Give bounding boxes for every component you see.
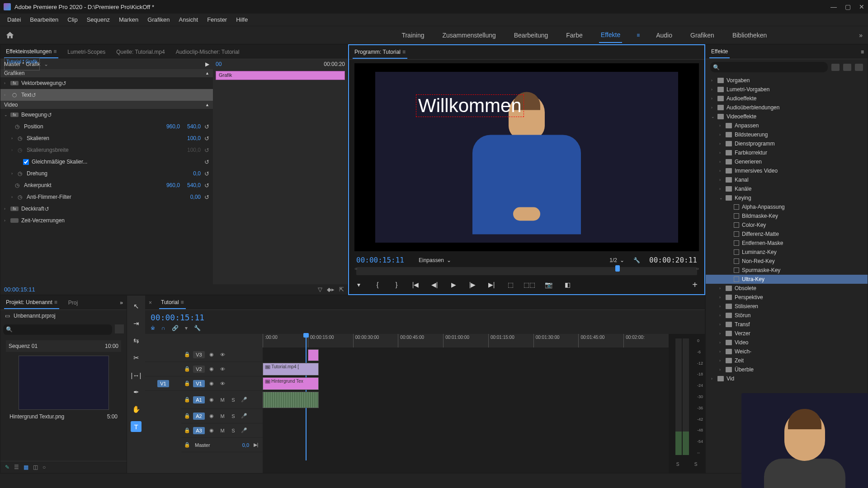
program-timecode[interactable]: 00:00:15:11 bbox=[356, 256, 404, 264]
ec-timecode[interactable]: 00:00:15:11 bbox=[4, 286, 35, 293]
prop-text[interactable]: Text bbox=[21, 92, 31, 98]
add-button[interactable]: + bbox=[689, 279, 701, 291]
expand-icon[interactable]: › bbox=[11, 171, 18, 176]
prop-bewegung[interactable]: Bewegung bbox=[21, 112, 47, 118]
clip-a1-audio[interactable] bbox=[263, 392, 319, 408]
reset-icon[interactable]: ↺ bbox=[44, 206, 49, 212]
effect-weich-[interactable]: ›Weich- bbox=[706, 347, 868, 356]
playhead-icon[interactable] bbox=[615, 265, 620, 272]
effect-vorgaben[interactable]: ›Vorgaben bbox=[706, 76, 868, 85]
effect-stilisieren[interactable]: ›Stilisieren bbox=[706, 302, 868, 311]
fx-badge[interactable]: fx bbox=[10, 206, 19, 211]
fx-badge[interactable]: fx bbox=[10, 113, 19, 117]
reset-icon[interactable]: ↺ bbox=[204, 135, 209, 142]
snap-icon[interactable]: ※ bbox=[151, 325, 155, 331]
workspace-overflow-icon[interactable]: » bbox=[859, 32, 863, 39]
sync-lock-icon[interactable]: ◉ bbox=[208, 380, 216, 386]
mark-out-button[interactable]: { bbox=[372, 279, 383, 291]
effect-dienstprogramm[interactable]: ›Dienstprogramm bbox=[706, 139, 868, 148]
effect-ultra-key[interactable]: Ultra-Key bbox=[706, 275, 868, 284]
stopwatch-icon[interactable]: ◷ bbox=[15, 182, 22, 188]
effect-luminanz-key[interactable]: Luminanz-Key bbox=[706, 248, 868, 257]
effect-color-key[interactable]: Color-Key bbox=[706, 221, 868, 230]
track-v2[interactable]: V2 bbox=[193, 366, 205, 373]
effect-entfernen-maske[interactable]: Entfernen-Maske bbox=[706, 239, 868, 248]
lock-icon[interactable]: 🔒 bbox=[184, 380, 190, 386]
sync-lock-icon[interactable]: ◉ bbox=[208, 366, 216, 372]
toggle-output-icon[interactable]: 👁 bbox=[218, 352, 226, 357]
expand-icon[interactable]: › bbox=[11, 195, 18, 199]
close-tab-icon[interactable]: × bbox=[149, 300, 152, 306]
reset-icon[interactable]: ↺ bbox=[204, 123, 209, 130]
effect-video[interactable]: ›Video bbox=[706, 338, 868, 347]
ruler-tick[interactable]: 00:01:00:00 bbox=[443, 334, 488, 347]
icon-view-icon[interactable]: ▦ bbox=[24, 464, 28, 470]
menu-datei[interactable]: Datei bbox=[4, 14, 24, 25]
effect-spurmaske-key[interactable]: Spurmaske-Key bbox=[706, 266, 868, 275]
track-a3[interactable]: A3 bbox=[193, 427, 205, 434]
ankerpunkt-y[interactable]: 540,0 bbox=[187, 182, 201, 188]
menu-marken[interactable]: Marken bbox=[115, 14, 142, 25]
tab-lumetri-scopes[interactable]: Lumetri-Scopes bbox=[66, 46, 107, 58]
drehung-value[interactable]: 0,0 bbox=[193, 170, 201, 177]
fx-badge[interactable] bbox=[10, 218, 19, 223]
source-patch-v1[interactable]: V1 bbox=[157, 380, 169, 387]
wrench-icon[interactable]: 🔧 bbox=[194, 325, 201, 331]
effect-anpassen[interactable]: ›Anpassen bbox=[706, 121, 868, 130]
effect-perspektive[interactable]: ›Perspektive bbox=[706, 293, 868, 302]
freeform-view-icon[interactable]: ◫ bbox=[33, 464, 38, 470]
32bit-badge-icon[interactable] bbox=[843, 64, 851, 71]
graphic-text-overlay[interactable]: Willkommen bbox=[416, 94, 524, 117]
yuv-badge-icon[interactable] bbox=[855, 64, 863, 71]
type-tool[interactable]: T bbox=[131, 421, 142, 432]
solo-button[interactable]: S bbox=[229, 428, 237, 433]
effect-vid[interactable]: ›Vid bbox=[706, 374, 868, 383]
track-master[interactable]: Master bbox=[195, 442, 210, 448]
sequence-name[interactable]: Sequenz 01 bbox=[9, 343, 38, 349]
lock-icon[interactable]: 🔒 bbox=[184, 397, 190, 403]
ruler-tick[interactable]: 00:01:30:00 bbox=[533, 334, 579, 347]
workspace-effekte[interactable]: Effekte bbox=[599, 28, 622, 43]
panel-menu-icon[interactable]: ≡ bbox=[861, 49, 864, 55]
workspace-training[interactable]: Training bbox=[400, 28, 426, 42]
track-a2[interactable]: A2 bbox=[193, 413, 205, 420]
goto-out-button[interactable]: ▶| bbox=[486, 279, 497, 291]
expand-icon[interactable]: › bbox=[4, 218, 10, 223]
effect-obsolete[interactable]: ›Obsolete bbox=[706, 284, 868, 293]
antiflimmer-value[interactable]: 0,00 bbox=[190, 194, 201, 200]
menu-sequenz[interactable]: Sequenz bbox=[83, 14, 113, 25]
goto-in-button[interactable]: |◀ bbox=[410, 279, 421, 291]
sync-lock-icon[interactable]: ◉ bbox=[208, 413, 216, 419]
expand-icon[interactable]: › bbox=[4, 93, 10, 97]
extract-button[interactable]: ⬚⬚ bbox=[524, 279, 535, 291]
clip-v3-graphic[interactable] bbox=[308, 349, 319, 361]
close-button[interactable]: ✕ bbox=[859, 3, 864, 10]
solo-button[interactable]: S bbox=[229, 397, 237, 403]
prop-deckkraft[interactable]: Deckkraft bbox=[21, 206, 44, 212]
solo-button[interactable]: S bbox=[229, 413, 237, 419]
sync-lock-icon[interactable]: ◉ bbox=[208, 352, 216, 357]
gleichmassige-checkbox[interactable] bbox=[23, 159, 29, 165]
stopwatch-icon[interactable]: ◷ bbox=[18, 170, 25, 177]
track-v3[interactable]: V3 bbox=[193, 351, 205, 358]
zoom-slider-icon[interactable]: ○ bbox=[42, 464, 46, 470]
minimize-button[interactable]: — bbox=[830, 3, 837, 10]
track-a1[interactable]: A1 bbox=[193, 396, 205, 404]
accelerated-badge-icon[interactable] bbox=[831, 64, 840, 71]
maximize-button[interactable]: ▢ bbox=[845, 3, 851, 10]
tab-proj-other[interactable]: Proj bbox=[66, 297, 80, 309]
selection-tool[interactable]: ↖ bbox=[131, 301, 142, 312]
solo-right[interactable]: S bbox=[694, 462, 698, 467]
asset-name[interactable]: Hintergrund Textur.png bbox=[9, 413, 64, 420]
effect-bildmaske-key[interactable]: Bildmaske-Key bbox=[706, 211, 868, 221]
reset-icon[interactable]: ↺ bbox=[204, 194, 209, 201]
position-y[interactable]: 540,0 bbox=[187, 123, 201, 130]
reset-icon[interactable]: ↺ bbox=[204, 147, 209, 154]
lock-icon[interactable]: 🔒 bbox=[184, 366, 190, 372]
ruler-tick[interactable]: 00:02:00: bbox=[623, 334, 669, 347]
project-search-input[interactable] bbox=[3, 324, 112, 335]
effect-zeit[interactable]: ›Zeit bbox=[706, 356, 868, 365]
ruler-tick[interactable]: 00:00:45:00 bbox=[398, 334, 443, 347]
toggle-output-icon[interactable]: 👁 bbox=[218, 366, 226, 372]
track-v1[interactable]: V1 bbox=[193, 380, 205, 387]
